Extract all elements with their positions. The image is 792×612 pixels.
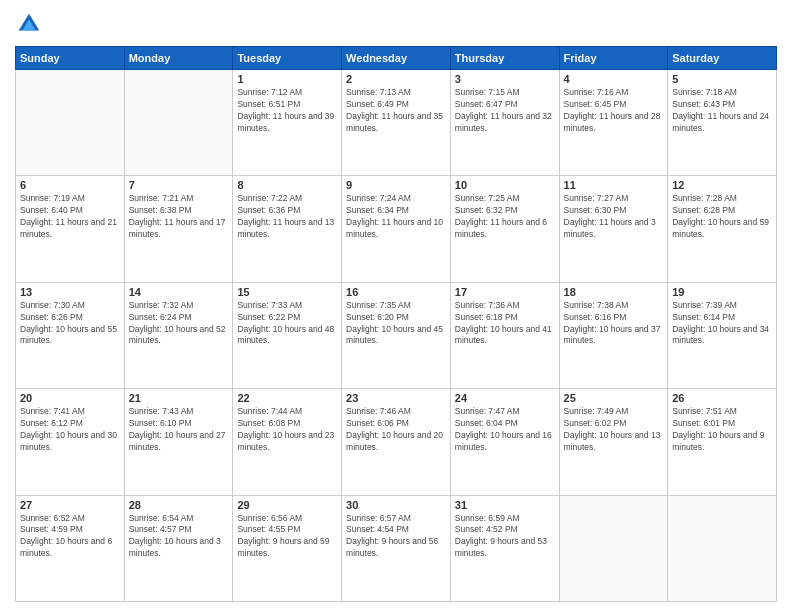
day-info: Sunrise: 7:46 AM Sunset: 6:06 PM Dayligh… bbox=[346, 406, 446, 454]
calendar-cell: 10Sunrise: 7:25 AM Sunset: 6:32 PM Dayli… bbox=[450, 176, 559, 282]
day-number: 13 bbox=[20, 286, 120, 298]
calendar-cell bbox=[124, 70, 233, 176]
day-info: Sunrise: 7:33 AM Sunset: 6:22 PM Dayligh… bbox=[237, 300, 337, 348]
day-number: 29 bbox=[237, 499, 337, 511]
calendar-cell: 2Sunrise: 7:13 AM Sunset: 6:49 PM Daylig… bbox=[342, 70, 451, 176]
day-number: 26 bbox=[672, 392, 772, 404]
calendar-cell: 21Sunrise: 7:43 AM Sunset: 6:10 PM Dayli… bbox=[124, 389, 233, 495]
day-number: 1 bbox=[237, 73, 337, 85]
calendar-cell: 15Sunrise: 7:33 AM Sunset: 6:22 PM Dayli… bbox=[233, 282, 342, 388]
day-info: Sunrise: 7:49 AM Sunset: 6:02 PM Dayligh… bbox=[564, 406, 664, 454]
day-info: Sunrise: 7:13 AM Sunset: 6:49 PM Dayligh… bbox=[346, 87, 446, 135]
day-info: Sunrise: 7:21 AM Sunset: 6:38 PM Dayligh… bbox=[129, 193, 229, 241]
day-number: 20 bbox=[20, 392, 120, 404]
day-number: 3 bbox=[455, 73, 555, 85]
calendar-cell: 22Sunrise: 7:44 AM Sunset: 6:08 PM Dayli… bbox=[233, 389, 342, 495]
day-info: Sunrise: 7:38 AM Sunset: 6:16 PM Dayligh… bbox=[564, 300, 664, 348]
calendar-week-row: 20Sunrise: 7:41 AM Sunset: 6:12 PM Dayli… bbox=[16, 389, 777, 495]
weekday-header: Monday bbox=[124, 47, 233, 70]
day-info: Sunrise: 7:32 AM Sunset: 6:24 PM Dayligh… bbox=[129, 300, 229, 348]
calendar-cell: 4Sunrise: 7:16 AM Sunset: 6:45 PM Daylig… bbox=[559, 70, 668, 176]
day-number: 22 bbox=[237, 392, 337, 404]
calendar-cell: 7Sunrise: 7:21 AM Sunset: 6:38 PM Daylig… bbox=[124, 176, 233, 282]
day-info: Sunrise: 6:57 AM Sunset: 4:54 PM Dayligh… bbox=[346, 513, 446, 561]
day-info: Sunrise: 7:16 AM Sunset: 6:45 PM Dayligh… bbox=[564, 87, 664, 135]
calendar-cell: 31Sunrise: 6:59 AM Sunset: 4:52 PM Dayli… bbox=[450, 495, 559, 601]
calendar-cell: 24Sunrise: 7:47 AM Sunset: 6:04 PM Dayli… bbox=[450, 389, 559, 495]
day-number: 12 bbox=[672, 179, 772, 191]
day-info: Sunrise: 6:52 AM Sunset: 4:59 PM Dayligh… bbox=[20, 513, 120, 561]
calendar-table: SundayMondayTuesdayWednesdayThursdayFrid… bbox=[15, 46, 777, 602]
day-info: Sunrise: 6:59 AM Sunset: 4:52 PM Dayligh… bbox=[455, 513, 555, 561]
calendar-cell: 1Sunrise: 7:12 AM Sunset: 6:51 PM Daylig… bbox=[233, 70, 342, 176]
day-number: 17 bbox=[455, 286, 555, 298]
day-number: 9 bbox=[346, 179, 446, 191]
day-info: Sunrise: 7:47 AM Sunset: 6:04 PM Dayligh… bbox=[455, 406, 555, 454]
day-number: 7 bbox=[129, 179, 229, 191]
weekday-header: Sunday bbox=[16, 47, 125, 70]
page: SundayMondayTuesdayWednesdayThursdayFrid… bbox=[0, 0, 792, 612]
calendar-cell bbox=[559, 495, 668, 601]
calendar-week-row: 1Sunrise: 7:12 AM Sunset: 6:51 PM Daylig… bbox=[16, 70, 777, 176]
day-number: 24 bbox=[455, 392, 555, 404]
calendar-week-row: 13Sunrise: 7:30 AM Sunset: 6:26 PM Dayli… bbox=[16, 282, 777, 388]
calendar-cell bbox=[668, 495, 777, 601]
calendar-header: SundayMondayTuesdayWednesdayThursdayFrid… bbox=[16, 47, 777, 70]
day-number: 8 bbox=[237, 179, 337, 191]
calendar-cell: 5Sunrise: 7:18 AM Sunset: 6:43 PM Daylig… bbox=[668, 70, 777, 176]
calendar-cell: 18Sunrise: 7:38 AM Sunset: 6:16 PM Dayli… bbox=[559, 282, 668, 388]
calendar-cell: 11Sunrise: 7:27 AM Sunset: 6:30 PM Dayli… bbox=[559, 176, 668, 282]
day-info: Sunrise: 7:43 AM Sunset: 6:10 PM Dayligh… bbox=[129, 406, 229, 454]
calendar-cell: 27Sunrise: 6:52 AM Sunset: 4:59 PM Dayli… bbox=[16, 495, 125, 601]
day-number: 10 bbox=[455, 179, 555, 191]
calendar-cell: 29Sunrise: 6:56 AM Sunset: 4:55 PM Dayli… bbox=[233, 495, 342, 601]
day-info: Sunrise: 7:30 AM Sunset: 6:26 PM Dayligh… bbox=[20, 300, 120, 348]
calendar-cell: 23Sunrise: 7:46 AM Sunset: 6:06 PM Dayli… bbox=[342, 389, 451, 495]
day-info: Sunrise: 7:44 AM Sunset: 6:08 PM Dayligh… bbox=[237, 406, 337, 454]
day-number: 14 bbox=[129, 286, 229, 298]
day-info: Sunrise: 7:51 AM Sunset: 6:01 PM Dayligh… bbox=[672, 406, 772, 454]
day-info: Sunrise: 7:41 AM Sunset: 6:12 PM Dayligh… bbox=[20, 406, 120, 454]
day-number: 28 bbox=[129, 499, 229, 511]
day-info: Sunrise: 7:18 AM Sunset: 6:43 PM Dayligh… bbox=[672, 87, 772, 135]
day-info: Sunrise: 7:36 AM Sunset: 6:18 PM Dayligh… bbox=[455, 300, 555, 348]
calendar-cell bbox=[16, 70, 125, 176]
calendar-cell: 26Sunrise: 7:51 AM Sunset: 6:01 PM Dayli… bbox=[668, 389, 777, 495]
calendar-cell: 30Sunrise: 6:57 AM Sunset: 4:54 PM Dayli… bbox=[342, 495, 451, 601]
day-number: 19 bbox=[672, 286, 772, 298]
day-number: 15 bbox=[237, 286, 337, 298]
calendar-cell: 14Sunrise: 7:32 AM Sunset: 6:24 PM Dayli… bbox=[124, 282, 233, 388]
logo bbox=[15, 10, 47, 38]
calendar-cell: 6Sunrise: 7:19 AM Sunset: 6:40 PM Daylig… bbox=[16, 176, 125, 282]
calendar-week-row: 6Sunrise: 7:19 AM Sunset: 6:40 PM Daylig… bbox=[16, 176, 777, 282]
header bbox=[15, 10, 777, 38]
day-info: Sunrise: 6:54 AM Sunset: 4:57 PM Dayligh… bbox=[129, 513, 229, 561]
weekday-header: Tuesday bbox=[233, 47, 342, 70]
day-info: Sunrise: 6:56 AM Sunset: 4:55 PM Dayligh… bbox=[237, 513, 337, 561]
calendar-week-row: 27Sunrise: 6:52 AM Sunset: 4:59 PM Dayli… bbox=[16, 495, 777, 601]
day-number: 31 bbox=[455, 499, 555, 511]
calendar-cell: 16Sunrise: 7:35 AM Sunset: 6:20 PM Dayli… bbox=[342, 282, 451, 388]
day-info: Sunrise: 7:22 AM Sunset: 6:36 PM Dayligh… bbox=[237, 193, 337, 241]
day-info: Sunrise: 7:15 AM Sunset: 6:47 PM Dayligh… bbox=[455, 87, 555, 135]
day-number: 18 bbox=[564, 286, 664, 298]
day-info: Sunrise: 7:28 AM Sunset: 6:28 PM Dayligh… bbox=[672, 193, 772, 241]
calendar-cell: 12Sunrise: 7:28 AM Sunset: 6:28 PM Dayli… bbox=[668, 176, 777, 282]
day-number: 5 bbox=[672, 73, 772, 85]
weekday-header: Thursday bbox=[450, 47, 559, 70]
calendar-cell: 9Sunrise: 7:24 AM Sunset: 6:34 PM Daylig… bbox=[342, 176, 451, 282]
day-number: 30 bbox=[346, 499, 446, 511]
calendar-cell: 19Sunrise: 7:39 AM Sunset: 6:14 PM Dayli… bbox=[668, 282, 777, 388]
calendar-cell: 17Sunrise: 7:36 AM Sunset: 6:18 PM Dayli… bbox=[450, 282, 559, 388]
day-info: Sunrise: 7:19 AM Sunset: 6:40 PM Dayligh… bbox=[20, 193, 120, 241]
day-info: Sunrise: 7:25 AM Sunset: 6:32 PM Dayligh… bbox=[455, 193, 555, 241]
day-number: 23 bbox=[346, 392, 446, 404]
calendar-body: 1Sunrise: 7:12 AM Sunset: 6:51 PM Daylig… bbox=[16, 70, 777, 602]
day-number: 6 bbox=[20, 179, 120, 191]
day-info: Sunrise: 7:39 AM Sunset: 6:14 PM Dayligh… bbox=[672, 300, 772, 348]
day-number: 25 bbox=[564, 392, 664, 404]
calendar-cell: 25Sunrise: 7:49 AM Sunset: 6:02 PM Dayli… bbox=[559, 389, 668, 495]
calendar-cell: 3Sunrise: 7:15 AM Sunset: 6:47 PM Daylig… bbox=[450, 70, 559, 176]
day-number: 16 bbox=[346, 286, 446, 298]
day-info: Sunrise: 7:12 AM Sunset: 6:51 PM Dayligh… bbox=[237, 87, 337, 135]
